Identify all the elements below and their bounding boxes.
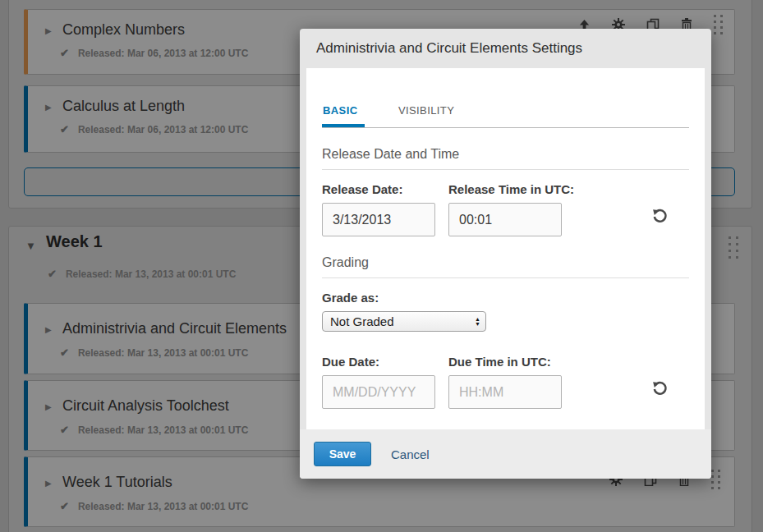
cancel-link[interactable]: Cancel — [391, 447, 430, 461]
reset-release-date-button[interactable] — [652, 209, 668, 227]
release-time-label: Release Time in UTC: — [448, 182, 613, 196]
undo-icon — [652, 209, 668, 224]
due-time-input[interactable] — [448, 375, 562, 409]
modal-tabs: BASIC VISIBILITY — [322, 103, 689, 128]
due-fields: Due Date: Due Time in UTC: — [322, 355, 689, 409]
course-outline-page: ▶ Complex Numbers ✔Released: Mar 06, 201… — [0, 0, 763, 532]
grading-section-heading: Grading — [322, 255, 689, 270]
tab-basic[interactable]: BASIC — [322, 104, 365, 127]
select-arrows-icon: ▲▼ — [475, 317, 480, 326]
undo-icon — [652, 381, 668, 397]
divider — [322, 169, 689, 170]
grade-field: Grade as: Not Graded ▲▼ — [322, 291, 689, 332]
modal-title: Administrivia and Circuit Elements Setti… — [300, 29, 711, 68]
release-section-heading: Release Date and Time — [322, 147, 689, 162]
grade-as-value: Not Graded — [330, 314, 394, 328]
grade-as-select[interactable]: Not Graded ▲▼ — [322, 311, 486, 332]
due-date-input[interactable] — [322, 375, 435, 409]
due-date-label: Due Date: — [322, 355, 435, 369]
subsection-settings-modal: Administrivia and Circuit Elements Setti… — [300, 29, 711, 479]
divider — [322, 277, 689, 278]
release-date-input[interactable] — [322, 203, 435, 236]
grade-as-label: Grade as: — [322, 291, 689, 305]
tab-visibility[interactable]: VISIBILITY — [398, 104, 454, 126]
reset-due-date-button[interactable] — [652, 381, 668, 399]
save-button[interactable]: Save — [314, 442, 371, 466]
due-time-label: Due Time in UTC: — [448, 355, 613, 369]
modal-body: BASIC VISIBILITY Release Date and Time R… — [306, 68, 705, 429]
release-date-label: Release Date: — [322, 182, 435, 196]
modal-footer: Save Cancel — [300, 429, 711, 479]
release-time-input[interactable] — [448, 203, 562, 236]
release-fields: Release Date: Release Time in UTC: — [322, 182, 689, 236]
